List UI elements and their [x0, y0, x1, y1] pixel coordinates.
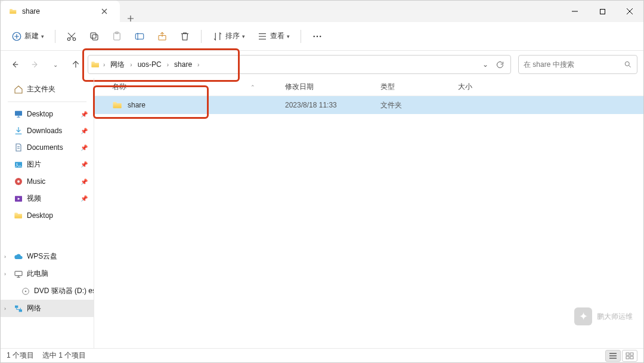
search-input[interactable] — [524, 60, 624, 69]
grid-icon — [626, 352, 634, 359]
breadcrumb-segment-folder[interactable]: share — [172, 58, 194, 71]
pin-icon: 📌 — [80, 111, 88, 118]
paste-button[interactable] — [107, 27, 127, 45]
sidebar-item-documents[interactable]: Documents 📌 — [1, 139, 94, 156]
download-icon — [14, 126, 23, 136]
thumbnails-view-button[interactable] — [622, 350, 637, 362]
body: 主文件夹 Desktop 📌 Downloads 📌 Documents 📌 图… — [1, 78, 643, 348]
breadcrumb-segment-host[interactable]: uos-PC — [135, 58, 164, 71]
chevron-right-icon[interactable]: › — [103, 61, 106, 68]
pin-icon: 📌 — [80, 144, 88, 151]
chevron-right-icon[interactable]: › — [4, 306, 6, 312]
address-bar[interactable]: › 网络 › uos-PC › share › ⌄ — [88, 55, 511, 74]
forward-button[interactable] — [27, 56, 44, 73]
tab-current[interactable]: share — [1, 1, 120, 22]
home-icon — [14, 85, 23, 94]
svg-rect-4 — [91, 33, 96, 38]
sort-button[interactable]: 排序 ▾ — [208, 27, 250, 45]
status-count: 1 个项目 — [7, 350, 34, 361]
sidebar-item-network[interactable]: › 网络 — [1, 300, 94, 317]
sidebar-item-home[interactable]: 主文件夹 — [1, 81, 94, 98]
sidebar-item-desktop[interactable]: Desktop 📌 — [1, 106, 94, 122]
sidebar-item-videos[interactable]: 视频 📌 — [1, 190, 94, 207]
chevron-down-icon: ▾ — [287, 33, 290, 39]
separator — [201, 30, 202, 43]
recent-button[interactable]: ⌄ — [47, 56, 64, 73]
up-button[interactable] — [67, 56, 84, 73]
sidebar-item-label: 图片 — [27, 159, 41, 170]
new-button[interactable]: 新建 ▾ — [7, 27, 49, 45]
rename-button[interactable] — [129, 27, 150, 45]
column-label: 名称 — [112, 82, 126, 92]
arrow-up-icon — [72, 60, 80, 69]
trash-icon — [179, 31, 190, 42]
sidebar-item-thispc[interactable]: › 此电脑 — [1, 265, 94, 282]
back-button[interactable] — [7, 56, 23, 73]
svg-point-16 — [16, 163, 17, 164]
close-icon — [626, 8, 633, 15]
column-headers: 名称⌃ 修改日期 类型 大小 — [94, 78, 643, 96]
svg-point-22 — [25, 290, 27, 292]
search-box[interactable] — [518, 55, 637, 74]
refresh-button[interactable] — [496, 60, 504, 69]
ellipsis-icon — [312, 31, 323, 42]
sidebar-item-label: 视频 — [27, 193, 41, 204]
toolbar: 新建 ▾ 排序 ▾ 查看 ▾ — [1, 22, 643, 51]
disc-icon — [21, 287, 30, 296]
maximize-button[interactable] — [589, 1, 616, 22]
details-view-button[interactable] — [605, 350, 621, 362]
file-list[interactable]: share 2023/8/18 11:33 文件夹 — [94, 96, 643, 348]
chevron-right-icon[interactable]: › — [166, 61, 169, 68]
network-icon — [14, 304, 23, 313]
close-button[interactable] — [616, 1, 643, 22]
chevron-right-icon[interactable]: › — [4, 254, 6, 260]
column-header-date[interactable]: 修改日期 — [279, 78, 374, 96]
pin-icon: 📌 — [80, 195, 88, 202]
cut-button[interactable] — [61, 27, 82, 45]
column-header-size[interactable]: 大小 — [452, 78, 512, 96]
copy-button[interactable] — [84, 27, 104, 45]
sidebar-item-label: WPS云盘 — [27, 251, 57, 262]
sidebar-item-dvd[interactable]: DVD 驱动器 (D:) es — [1, 282, 94, 300]
minimize-button[interactable] — [561, 1, 589, 22]
separator — [8, 101, 86, 102]
sidebar-item-pictures[interactable]: 图片 📌 — [1, 156, 94, 173]
content-pane: 名称⌃ 修改日期 类型 大小 share 2023/8/18 11:33 文件夹 — [94, 78, 643, 348]
close-icon — [101, 8, 107, 14]
file-type: 文件夹 — [374, 100, 452, 110]
svg-rect-28 — [630, 356, 633, 359]
chevron-right-icon[interactable]: › — [4, 271, 6, 277]
arrow-left-icon — [11, 60, 19, 69]
sort-label: 排序 — [225, 31, 240, 41]
sidebar-item-wps[interactable]: › WPS云盘 — [1, 248, 94, 265]
video-icon — [14, 194, 23, 204]
list-item[interactable]: share 2023/8/18 11:33 文件夹 — [94, 96, 643, 114]
chevron-right-icon[interactable]: › — [197, 61, 200, 68]
window: share 新建 ▾ — [0, 0, 644, 363]
folder-icon — [91, 60, 100, 69]
titlebar-drag-area[interactable] — [141, 1, 561, 22]
chevron-right-icon[interactable]: › — [129, 61, 132, 68]
sidebar: 主文件夹 Desktop 📌 Downloads 📌 Documents 📌 图… — [1, 78, 94, 348]
share-button[interactable] — [152, 27, 172, 45]
chevron-down-icon: ▾ — [242, 33, 245, 39]
sidebar-item-downloads[interactable]: Downloads 📌 — [1, 122, 94, 139]
more-button[interactable] — [307, 27, 327, 45]
view-button[interactable]: 查看 ▾ — [252, 27, 295, 45]
sidebar-item-music[interactable]: Music 📌 — [1, 173, 94, 190]
delete-button[interactable] — [175, 27, 195, 45]
sidebar-item-label: DVD 驱动器 (D:) es — [34, 286, 94, 296]
column-header-name[interactable]: 名称⌃ — [106, 78, 279, 96]
pin-icon: 📌 — [80, 128, 88, 134]
svg-point-11 — [317, 35, 318, 36]
new-tab-button[interactable] — [120, 15, 141, 22]
column-header-type[interactable]: 类型 — [374, 78, 452, 96]
sidebar-item-desktop2[interactable]: Desktop — [1, 207, 94, 224]
breadcrumb-segment-network[interactable]: 网络 — [108, 57, 127, 72]
chevron-down-icon[interactable]: ⌄ — [482, 60, 488, 69]
paste-icon — [112, 31, 122, 42]
svg-point-12 — [320, 35, 321, 36]
computer-icon — [14, 269, 23, 279]
svg-rect-20 — [15, 271, 22, 275]
tab-close-button[interactable] — [97, 4, 112, 19]
